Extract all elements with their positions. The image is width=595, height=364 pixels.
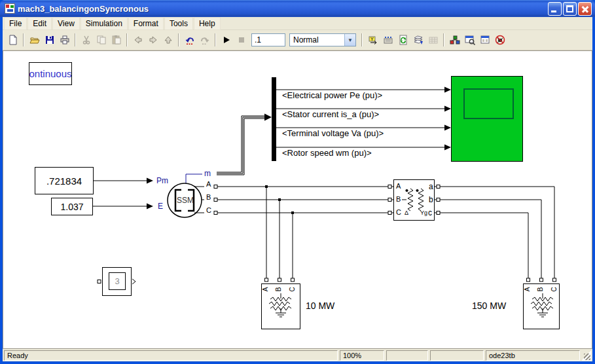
copy-icon [96, 35, 107, 45]
minimize-icon [551, 10, 556, 12]
constant-pm-block[interactable]: .721834 [35, 167, 94, 194]
debug-disabled-icon [495, 35, 505, 45]
machine-port-a-label: A [206, 181, 211, 188]
go-up-button[interactable] [160, 33, 175, 47]
wires-abc[interactable] [217, 187, 388, 278]
status-solver: ode23tb [486, 350, 580, 361]
save-icon [45, 35, 55, 45]
load1-annotation[interactable]: 10 MW [306, 301, 334, 310]
menu-format[interactable]: Format [128, 17, 164, 30]
machine-port-squares [214, 185, 217, 215]
model-window-icon [480, 35, 490, 45]
refresh-model-button[interactable] [395, 33, 410, 47]
new-model-button[interactable] [5, 33, 20, 47]
demux-input-arrow [264, 114, 272, 121]
redo-icon [200, 35, 210, 45]
simulation-mode-value: Normal [290, 35, 344, 45]
save-model-button[interactable] [42, 33, 57, 47]
copy-button[interactable] [94, 33, 109, 47]
print-icon [60, 35, 70, 45]
dropdown-arrow-icon[interactable]: ▼ [344, 34, 355, 46]
multimeter-block[interactable]: 3 [102, 267, 132, 296]
menu-simulation[interactable]: Simulation [81, 17, 128, 30]
load2-port-squares [527, 278, 556, 282]
status-bar: Ready 100% ode23tb [3, 349, 592, 361]
svg-text:Y: Y [370, 37, 374, 41]
signal-label-wm[interactable]: <Rotor speed wm (pu)> [282, 149, 372, 157]
machine-label: SSM [177, 196, 194, 204]
library-browser-icon [450, 35, 460, 45]
status-zoom: 100% [340, 350, 384, 361]
paste-button[interactable] [109, 33, 124, 47]
menu-help[interactable]: Help [194, 17, 221, 30]
cut-icon [81, 35, 92, 45]
menu-view[interactable]: View [52, 17, 80, 30]
load1-port-squares [265, 278, 295, 282]
close-button[interactable] [578, 2, 592, 16]
open-model-button[interactable] [27, 33, 42, 47]
multimeter-inner-frame: 3 [109, 272, 126, 290]
model-window-button[interactable] [477, 33, 492, 47]
open-icon [29, 35, 40, 45]
transformer-yg-label: Yg [420, 210, 427, 216]
go-forward-button[interactable] [145, 33, 160, 47]
wires-abc-right[interactable] [440, 187, 554, 278]
menu-edit[interactable]: Edit [27, 17, 52, 30]
wire-constant-e[interactable] [93, 204, 153, 209]
print-button[interactable] [57, 33, 72, 47]
maximize-icon [566, 5, 573, 12]
powergui-block[interactable]: ontinuous [29, 62, 72, 85]
build-all-button[interactable] [380, 33, 395, 47]
model-layers-button[interactable] [410, 33, 425, 47]
menu-file[interactable]: File [4, 17, 27, 30]
load2-annotation[interactable]: 150 MW [472, 301, 506, 310]
status-cell-4 [430, 350, 484, 361]
stop-simulation-button[interactable] [234, 33, 249, 47]
disabled-grid-button[interactable] [425, 33, 441, 47]
simulink-model-window: mach3_balancingonSyncronous File Edit Vi… [0, 0, 595, 364]
update-diagram-button[interactable]: Y [365, 33, 380, 47]
load1-port-C: C [289, 287, 296, 291]
machine-port-pm-label: Pm [156, 177, 168, 185]
powergui-label: ontinuous [29, 63, 71, 84]
minimize-button[interactable] [548, 2, 562, 16]
constant-e-value: 1.037 [52, 198, 92, 215]
simulation-mode-dropdown[interactable]: Normal ▼ [289, 33, 356, 46]
demux-block[interactable] [272, 77, 276, 161]
wire-machine-m-to-demux[interactable] [217, 116, 264, 175]
window-title: mach3_balancingonSyncronous [18, 4, 548, 14]
signal-label-pe[interactable]: <Electrical power Pe (pu)> [282, 91, 382, 100]
wire-constant-pm[interactable] [94, 178, 153, 184]
maximize-button[interactable] [563, 2, 577, 16]
status-message: Ready [4, 350, 338, 361]
menu-tools[interactable]: Tools [164, 17, 193, 30]
debug-disabled-button[interactable] [492, 33, 507, 47]
resize-grip[interactable] [582, 350, 591, 361]
forward-icon [148, 35, 158, 45]
transformer-port-b2: b [429, 196, 433, 204]
scope-input-arrows [444, 87, 451, 151]
cut-button[interactable] [79, 33, 94, 47]
signal-label-isa[interactable]: <Stator current is_a (pu)> [282, 110, 379, 118]
redo-button[interactable] [197, 33, 212, 47]
model-browser-button[interactable] [462, 33, 477, 47]
machine-m-port-stub [186, 174, 202, 183]
model-browser-icon [465, 35, 475, 45]
load2-port-A: A [524, 287, 531, 292]
go-back-button[interactable] [130, 33, 145, 47]
model-canvas[interactable]: ontinuous <Electrical power Pe (pu)> <St… [3, 50, 592, 349]
scope-block[interactable] [451, 76, 523, 162]
simulink-app-icon [5, 3, 15, 14]
simulation-stop-time-input[interactable] [251, 33, 285, 46]
constant-e-block[interactable]: 1.037 [51, 198, 93, 215]
new-icon [8, 35, 18, 45]
transformer-delta-label: Δ [405, 210, 408, 216]
signal-label-va[interactable]: <Terminal voltage Va (pu)> [282, 129, 384, 137]
transformer-port-a2: a [429, 183, 433, 191]
start-simulation-button[interactable] [219, 33, 234, 47]
menu-bar: File Edit View Simulation Format Tools H… [3, 17, 592, 30]
undo-button[interactable] [182, 33, 197, 47]
library-browser-button[interactable] [447, 33, 462, 47]
undo-icon [185, 35, 195, 45]
layers-icon [413, 35, 424, 45]
